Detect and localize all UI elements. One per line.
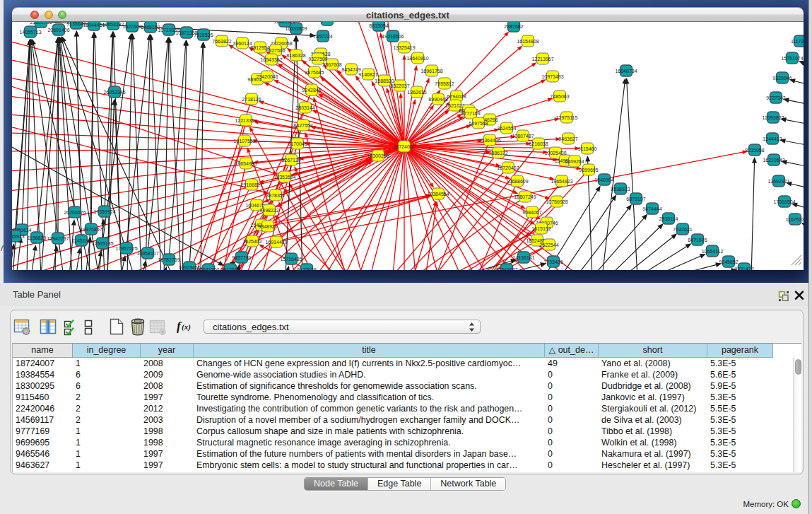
graph-node-1244413[interactable]: 1244413 — [763, 133, 782, 144]
graph-node-19218506[interactable]: 19218506 — [382, 30, 404, 42]
table-row[interactable]: 946362711997Embryonic stem cells: a mode… — [13, 460, 793, 471]
table-row[interactable]: 977716911998Corpus callosum shape and si… — [13, 426, 793, 437]
resize-grip-icon[interactable] — [789, 253, 802, 269]
graph-node-3624554[interactable]: 3624554 — [497, 122, 516, 134]
table-row[interactable]: 969969511998Structural magnetic resonanc… — [13, 437, 793, 448]
graph-node-16154808[interactable]: 16154808 — [517, 35, 539, 47]
graph-node-1117206[interactable]: 1117206 — [791, 35, 804, 47]
graph-node-1640954[interactable]: 1640954 — [594, 174, 613, 185]
graph-node-9227342[interactable]: 9227342 — [766, 92, 785, 103]
tab-network-table[interactable]: Network Table — [431, 478, 505, 490]
table-row[interactable]: 1456911722003Disruption of a novel membe… — [13, 414, 793, 426]
graph-node-1167533[interactable]: 1167533 — [786, 214, 804, 225]
graph-node-2935114[interactable]: 2935114 — [659, 213, 678, 224]
function-builder-button[interactable]: f(x) — [176, 317, 194, 336]
edge-arrowhead — [585, 156, 590, 162]
tab-node-table[interactable]: Node Table — [305, 478, 368, 490]
column-header-short[interactable]: short — [599, 344, 707, 358]
graph-node-12975115[interactable]: 12975115 — [556, 112, 578, 123]
svg-text:1588520: 1588520 — [375, 78, 394, 83]
graph-node-9474444[interactable]: 9474444 — [642, 203, 661, 214]
column-header-name[interactable]: name — [13, 344, 73, 358]
table-row[interactable]: 1872400712008Changes of HCN gene express… — [13, 358, 793, 369]
graph-node-16961758[interactable]: 16961758 — [420, 65, 442, 76]
graph-node-8215958[interactable]: 8215958 — [745, 144, 764, 156]
graph-node-9463627[interactable]: 9463627 — [558, 133, 577, 144]
row-height-button[interactable] — [84, 317, 102, 336]
graph-node-17016504[interactable]: 17016504 — [773, 196, 795, 207]
graph-node-7632621[interactable]: 7632621 — [673, 223, 692, 235]
graph-node-20206576[interactable]: 20206576 — [64, 206, 86, 218]
graph-node-19654985[interactable]: 19654985 — [235, 158, 257, 169]
graph-node-7485063[interactable]: 7485063 — [550, 90, 569, 102]
graph-node-9245652[interactable]: 9245652 — [719, 256, 738, 267]
graph-node-2887682[interactable]: 2887682 — [504, 22, 523, 32]
delete-table-button[interactable] — [149, 317, 167, 336]
network-canvas[interactable]: 1405571321351736206914069135642180444511… — [12, 22, 804, 270]
graph-node-1527602[interactable]: 1527602 — [122, 22, 141, 32]
graph-node-9172629[interactable]: 9172629 — [297, 264, 316, 270]
graph-node-18720407[interactable]: 18720407 — [497, 162, 519, 173]
graph-node-7886372[interactable]: 7886372 — [488, 147, 507, 158]
column-header-pagerank[interactable]: pagerank — [707, 344, 773, 358]
graph-node-10654112[interactable]: 10654112 — [702, 245, 724, 257]
cell-year: 2008 — [141, 380, 191, 392]
graph-node-10653287[interactable]: 10653287 — [102, 22, 124, 30]
graph-node-16914479[interactable]: 16914479 — [265, 236, 287, 247]
graph-node-9115460[interactable]: 9115460 — [578, 143, 597, 154]
table-row[interactable]: 1938455462009Genome‑wide association stu… — [13, 369, 793, 380]
graph-node-13325419[interactable]: 13325419 — [393, 42, 415, 53]
table-row[interactable]: 2242004622012Investigating the contribut… — [13, 403, 793, 414]
cell-name: 9699695 — [13, 437, 70, 448]
graph-node-19654923[interactable]: 19654923 — [551, 175, 572, 187]
tab-edge-table[interactable]: Edge Table — [368, 478, 431, 490]
column-settings-button[interactable] — [13, 317, 32, 336]
float-window-icon[interactable] — [778, 291, 789, 301]
table-selector-dropdown[interactable]: citations_edges.txt — [204, 320, 481, 334]
network-window-titlebar[interactable]: citations_edges.txt — [12, 7, 804, 22]
column-header-in_degree[interactable]: in_degree — [73, 344, 141, 358]
scrollbar-thumb[interactable] — [795, 359, 801, 375]
graph-node-1362615[interactable]: 1362615 — [407, 86, 426, 98]
column-header-out_de[interactable]: △ out_de… — [545, 344, 599, 358]
graph-node-17359924[interactable]: 17359924 — [93, 206, 115, 217]
select-rows-button[interactable] — [63, 317, 81, 336]
graph-node-9084067[interactable]: 9084067 — [522, 206, 541, 218]
graph-node-2718126[interactable]: 2718126 — [242, 93, 261, 105]
column-header-year[interactable]: year — [141, 344, 194, 358]
graph-node-12942737[interactable]: 12942737 — [47, 233, 69, 244]
graph-node-7857224[interactable]: 7857224 — [313, 30, 332, 42]
graph-node-6879197[interactable]: 6879197 — [626, 193, 645, 204]
graph-node-7955812[interactable]: 7955812 — [435, 78, 454, 89]
graph-node-9329946[interactable]: 9329946 — [772, 72, 792, 83]
graph-node-16648784[interactable]: 16648784 — [615, 65, 637, 76]
new-column-button[interactable] — [108, 317, 126, 336]
graph-node-12213369[interactable]: 12213369 — [235, 115, 257, 126]
graph-node-8938923[interactable]: 8938923 — [611, 183, 630, 194]
graph-node-10688609[interactable]: 10688609 — [506, 175, 528, 187]
graph-node-17594914[interactable]: 17594914 — [316, 22, 338, 25]
table-row[interactable]: 1830029562008Estimation of significance … — [13, 380, 793, 392]
graph-node-16782759[interactable]: 16782759 — [158, 254, 180, 265]
graph-node-19975867[interactable]: 19975867 — [80, 223, 102, 235]
vertical-scrollbar[interactable] — [793, 358, 801, 472]
graph-node-1145194[interactable]: 1145194 — [72, 235, 91, 246]
table-row[interactable]: 911546021997Tourette syndrome. Phenomeno… — [13, 392, 793, 403]
column-header-title[interactable]: title — [194, 344, 545, 358]
svg-text:2887682: 2887682 — [504, 24, 523, 29]
graph-node-8813054[interactable]: 8813054 — [369, 22, 388, 31]
graph-node-13692971[interactable]: 13692971 — [767, 175, 789, 187]
graph-node-16210643[interactable]: 16210643 — [763, 154, 784, 165]
graph-node-9899695[interactable]: 9899695 — [579, 164, 598, 175]
close-icon[interactable] — [794, 290, 804, 300]
split-collapse-icon[interactable] — [1, 245, 4, 252]
select-columns-button[interactable] — [40, 317, 58, 336]
table-row[interactable]: 946554611997Estimation of the future num… — [13, 448, 793, 460]
graph-node-1733426[interactable]: 1733426 — [543, 256, 563, 267]
graph-node-18640910[interactable]: 18640910 — [406, 52, 428, 64]
graph-node-12093822[interactable]: 12093822 — [762, 112, 784, 123]
graph-node-3960124[interactable]: 3960124 — [233, 37, 252, 49]
delete-column-button[interactable] — [129, 317, 148, 336]
graph-node-10807487[interactable]: 10807487 — [512, 130, 534, 141]
graph-node-12213967[interactable]: 12213967 — [531, 53, 553, 64]
